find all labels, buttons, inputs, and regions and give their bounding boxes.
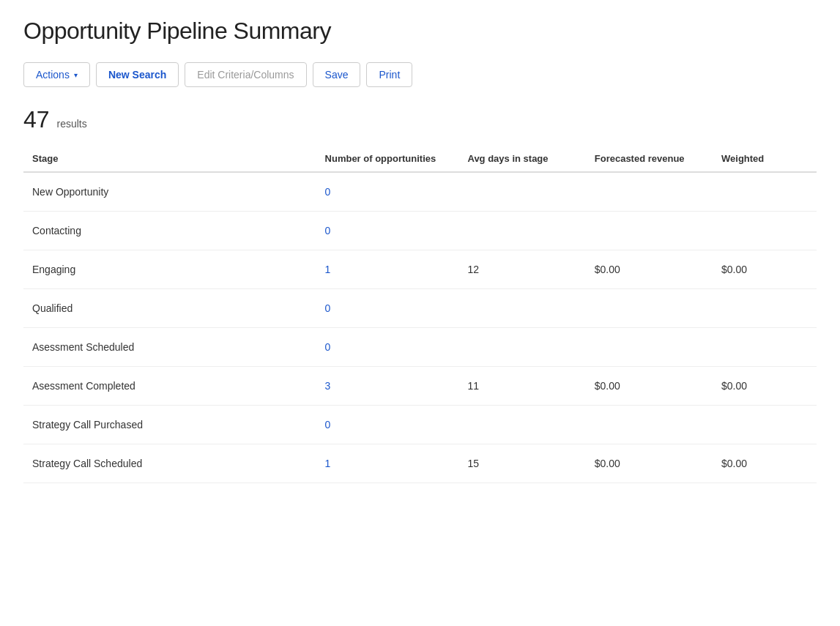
column-header-weighted: Weighted — [721, 146, 817, 172]
toolbar: Actions ▾ New Search Edit Criteria/Colum… — [23, 62, 817, 87]
cell-weighted — [721, 406, 817, 444]
cell-forecasted — [595, 212, 721, 250]
cell-forecasted — [595, 406, 721, 444]
pipeline-table: Stage Number of opportunities Avg days i… — [23, 146, 817, 483]
new-search-button[interactable]: New Search — [96, 62, 179, 87]
actions-button[interactable]: Actions ▾ — [23, 62, 90, 87]
cell-stage: Strategy Call Scheduled — [23, 444, 325, 483]
table-header-row: Stage Number of opportunities Avg days i… — [23, 146, 817, 172]
cell-avg-days: 15 — [467, 444, 594, 483]
cell-forecasted: $0.00 — [595, 444, 721, 483]
num-opps-link[interactable]: 1 — [325, 264, 331, 275]
table-row: Engaging112$0.00$0.00 — [23, 250, 817, 289]
results-summary: 47 results — [23, 108, 817, 131]
cell-forecasted: $0.00 — [595, 250, 721, 289]
cell-avg-days — [467, 328, 594, 367]
cell-weighted — [721, 328, 817, 367]
cell-num-opps[interactable]: 0 — [325, 406, 468, 444]
cell-stage: Asessment Scheduled — [23, 328, 325, 367]
column-header-avg-days: Avg days in stage — [467, 146, 594, 172]
cell-num-opps[interactable]: 0 — [325, 212, 468, 250]
cell-forecasted — [595, 289, 721, 328]
num-opps-link[interactable]: 0 — [325, 225, 331, 236]
cell-stage: Contacting — [23, 212, 325, 250]
table-row: Qualified0 — [23, 289, 817, 328]
cell-num-opps[interactable]: 0 — [325, 289, 468, 328]
cell-weighted — [721, 172, 817, 212]
chevron-down-icon: ▾ — [74, 71, 78, 79]
actions-label: Actions — [36, 69, 70, 81]
results-label: results — [56, 118, 86, 130]
table-row: Strategy Call Purchased0 — [23, 406, 817, 444]
cell-weighted: $0.00 — [721, 444, 817, 483]
cell-stage: Engaging — [23, 250, 325, 289]
cell-avg-days — [467, 172, 594, 212]
print-button[interactable]: Print — [366, 62, 412, 87]
cell-forecasted — [595, 328, 721, 367]
num-opps-link[interactable]: 0 — [325, 186, 331, 198]
save-button[interactable]: Save — [313, 62, 361, 87]
cell-num-opps[interactable]: 3 — [325, 367, 468, 406]
cell-avg-days — [467, 406, 594, 444]
cell-avg-days — [467, 289, 594, 328]
cell-stage: Qualified — [23, 289, 325, 328]
table-row: Asessment Completed311$0.00$0.00 — [23, 367, 817, 406]
cell-stage: New Opportunity — [23, 172, 325, 212]
table-row: Strategy Call Scheduled115$0.00$0.00 — [23, 444, 817, 483]
cell-weighted: $0.00 — [721, 367, 817, 406]
num-opps-link[interactable]: 0 — [325, 419, 331, 431]
cell-num-opps[interactable]: 0 — [325, 328, 468, 367]
edit-criteria-button[interactable]: Edit Criteria/Columns — [185, 62, 306, 87]
table-row: Asessment Scheduled0 — [23, 328, 817, 367]
num-opps-link[interactable]: 3 — [325, 380, 331, 392]
cell-num-opps[interactable]: 1 — [325, 444, 468, 483]
column-header-forecasted: Forecasted revenue — [595, 146, 721, 172]
cell-stage: Strategy Call Purchased — [23, 406, 325, 444]
cell-forecasted: $0.00 — [595, 367, 721, 406]
cell-avg-days: 11 — [467, 367, 594, 406]
column-header-stage: Stage — [23, 146, 325, 172]
results-count-number: 47 — [23, 106, 50, 133]
cell-num-opps[interactable]: 1 — [325, 250, 468, 289]
cell-weighted: $0.00 — [721, 250, 817, 289]
cell-weighted — [721, 212, 817, 250]
num-opps-link[interactable]: 0 — [325, 302, 331, 314]
cell-num-opps[interactable]: 0 — [325, 172, 468, 212]
column-header-num-opps: Number of opportunities — [325, 146, 468, 172]
cell-avg-days — [467, 212, 594, 250]
num-opps-link[interactable]: 0 — [325, 341, 331, 353]
cell-forecasted — [595, 172, 721, 212]
cell-stage: Asessment Completed — [23, 367, 325, 406]
table-row: Contacting0 — [23, 212, 817, 250]
num-opps-link[interactable]: 1 — [325, 458, 331, 469]
cell-avg-days: 12 — [467, 250, 594, 289]
table-row: New Opportunity0 — [23, 172, 817, 212]
page-title: Opportunity Pipeline Summary — [23, 18, 817, 45]
cell-weighted — [721, 289, 817, 328]
